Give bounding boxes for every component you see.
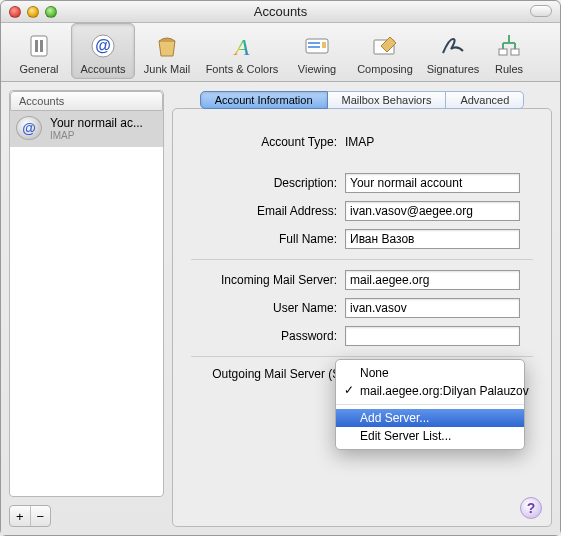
- minimize-window-button[interactable]: [27, 6, 39, 18]
- toolbar-general[interactable]: General: [7, 23, 71, 79]
- account-info-panel: Account Type: IMAP Description: Email Ad…: [172, 108, 552, 527]
- username-input[interactable]: [345, 298, 520, 318]
- account-type-label: Account Type:: [191, 135, 345, 149]
- email-input[interactable]: [345, 201, 520, 221]
- zoom-window-button[interactable]: [45, 6, 57, 18]
- content-area: Accounts @ Your normail ac... IMAP + − A: [1, 82, 560, 535]
- accounts-sidebar: Accounts @ Your normail ac... IMAP + −: [9, 90, 164, 527]
- smtp-popup-menu: None mail.aegee.org:Dilyan Palauzov Add …: [335, 359, 525, 450]
- tab-mailbox-behaviors[interactable]: Mailbox Behaviors: [328, 91, 447, 109]
- account-row[interactable]: @ Your normail ac... IMAP: [10, 111, 163, 147]
- toolbar-label: General: [19, 63, 58, 75]
- incoming-server-input[interactable]: [345, 270, 520, 290]
- smtp-menu-current[interactable]: mail.aegee.org:Dilyan Palauzov: [336, 382, 524, 400]
- description-input[interactable]: [345, 173, 520, 193]
- toolbar-label: Composing: [357, 63, 413, 75]
- smtp-menu-none[interactable]: None: [336, 364, 524, 382]
- toolbar-viewing[interactable]: Viewing: [285, 23, 349, 79]
- toolbar-label: Signatures: [427, 63, 480, 75]
- svg-rect-2: [40, 40, 43, 52]
- svg-rect-8: [308, 46, 320, 48]
- menu-separator: [336, 404, 524, 405]
- close-window-button[interactable]: [9, 6, 21, 18]
- toolbar-junk[interactable]: Junk Mail: [135, 23, 199, 79]
- accounts-list-header: Accounts: [10, 91, 163, 111]
- tab-advanced[interactable]: Advanced: [446, 91, 524, 109]
- toolbar-toggle-button[interactable]: [530, 5, 552, 17]
- switch-icon: [23, 31, 55, 61]
- account-type-value: IMAP: [345, 135, 374, 149]
- svg-rect-9: [322, 42, 326, 48]
- junk-icon: [151, 31, 183, 61]
- prefs-toolbar: General @ Accounts Junk Mail A Fonts & C…: [1, 23, 560, 82]
- password-input[interactable]: [345, 326, 520, 346]
- svg-rect-1: [35, 40, 38, 52]
- toolbar-rules[interactable]: Rules: [485, 23, 533, 79]
- svg-rect-7: [308, 42, 320, 44]
- toolbar-label: Fonts & Colors: [206, 63, 279, 75]
- svg-rect-12: [511, 49, 519, 55]
- signature-icon: [437, 31, 469, 61]
- username-label: User Name:: [191, 301, 345, 315]
- tab-account-information[interactable]: Account Information: [200, 91, 328, 109]
- rules-icon: [493, 31, 525, 61]
- separator: [191, 259, 533, 260]
- accounts-list[interactable]: Accounts @ Your normail ac... IMAP: [9, 90, 164, 497]
- fullname-label: Full Name:: [191, 232, 345, 246]
- main-panel: Account Information Mailbox Behaviors Ad…: [172, 90, 552, 527]
- toolbar-accounts[interactable]: @ Accounts: [71, 23, 135, 79]
- account-type: IMAP: [50, 130, 143, 142]
- fonts-icon: A: [226, 31, 258, 61]
- titlebar: Accounts: [1, 1, 560, 23]
- toolbar-fonts[interactable]: A Fonts & Colors: [199, 23, 285, 79]
- account-name: Your normail ac...: [50, 116, 143, 130]
- password-label: Password:: [191, 329, 345, 343]
- svg-rect-11: [499, 49, 507, 55]
- incoming-label: Incoming Mail Server:: [191, 273, 345, 287]
- toolbar-signatures[interactable]: Signatures: [421, 23, 485, 79]
- preferences-window: Accounts General @ Accounts Junk Mail A: [0, 0, 561, 536]
- add-remove-controls: + −: [9, 505, 51, 527]
- smtp-menu-add-server[interactable]: Add Server...: [336, 409, 524, 427]
- tabbar: Account Information Mailbox Behaviors Ad…: [172, 91, 552, 109]
- add-account-button[interactable]: +: [10, 506, 30, 526]
- svg-text:A: A: [233, 34, 250, 60]
- description-label: Description:: [191, 176, 345, 190]
- fullname-input[interactable]: [345, 229, 520, 249]
- smtp-menu-edit-list[interactable]: Edit Server List...: [336, 427, 524, 445]
- viewing-icon: [301, 31, 333, 61]
- at-icon: @: [16, 116, 42, 140]
- toolbar-label: Rules: [495, 63, 523, 75]
- at-icon: @: [87, 31, 119, 61]
- toolbar-label: Junk Mail: [144, 63, 190, 75]
- separator: [191, 356, 533, 357]
- svg-text:@: @: [95, 37, 111, 54]
- toolbar-label: Accounts: [80, 63, 125, 75]
- email-label: Email Address:: [191, 204, 345, 218]
- window-title: Accounts: [1, 4, 560, 19]
- help-button[interactable]: ?: [520, 497, 542, 519]
- toolbar-label: Viewing: [298, 63, 336, 75]
- compose-icon: [369, 31, 401, 61]
- remove-account-button[interactable]: −: [30, 506, 51, 526]
- toolbar-composing[interactable]: Composing: [349, 23, 421, 79]
- svg-rect-0: [31, 36, 47, 56]
